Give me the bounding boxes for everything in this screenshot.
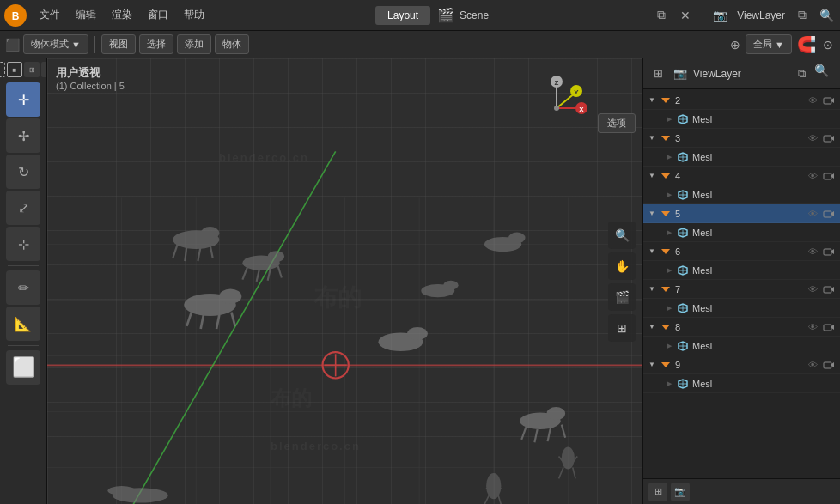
expand-arrow-item-4-mesh[interactable]: ▶ — [664, 190, 674, 200]
svg-point-39 — [443, 281, 458, 290]
expand-arrow-item-5-mesh[interactable]: ▶ — [664, 228, 674, 238]
outliner-item-item-7[interactable]: ▼ 7👁 — [643, 280, 840, 299]
camera-icon-item-8[interactable] — [821, 319, 837, 335]
mode-dropdown[interactable]: 物体模式 ▼ — [23, 34, 88, 54]
outliner-item-item-3-mesh[interactable]: ▶ Mesl — [643, 148, 840, 167]
expand-arrow-item-9-mesh[interactable]: ▶ — [664, 379, 674, 389]
outliner-item-item-6[interactable]: ▼ 6👁 — [643, 242, 840, 261]
outliner-copy-icon[interactable]: ⧉ — [792, 64, 811, 83]
copy2-icon[interactable]: ⧉ — [792, 5, 813, 26]
rpb-camera-icon[interactable]: 📷 — [671, 483, 690, 501]
tab-layout[interactable]: Layout — [375, 6, 430, 25]
outliner-item-item-2[interactable]: ▼ 2👁 — [643, 91, 840, 110]
add-btn[interactable]: 添加 — [177, 34, 211, 54]
snap-icon[interactable]: 🧲 — [795, 33, 818, 56]
camera-icon-item-4[interactable] — [821, 168, 837, 184]
options-button[interactable]: 选项 — [598, 113, 636, 133]
eye-icon-item-4[interactable]: 👁 — [805, 168, 820, 184]
menu-edit[interactable]: 编辑 — [69, 4, 103, 26]
eye-icon-item-2[interactable]: 👁 — [805, 93, 820, 108]
object-btn[interactable]: 物体 — [215, 34, 249, 54]
expand-arrow-item-4[interactable]: ▼ — [647, 171, 657, 181]
lt-cursor[interactable]: ✛ — [6, 82, 40, 117]
outliner-item-item-5[interactable]: ▼ 5👁 — [643, 204, 840, 223]
outliner-item-item-7-mesh[interactable]: ▶ Mesl — [643, 299, 840, 318]
lt-select-box[interactable] — [0, 62, 5, 77]
item-label-item-7-mesh: Mesl — [692, 303, 837, 313]
view-btn[interactable]: 视图 — [101, 34, 136, 54]
camera-icon-item-5[interactable] — [821, 206, 837, 222]
outliner-item-item-3[interactable]: ▼ 3👁 — [643, 129, 840, 148]
svg-line-34 — [186, 313, 191, 326]
menu-render[interactable]: 渲染 — [105, 4, 139, 26]
expand-arrow-item-6[interactable]: ▼ — [647, 246, 657, 257]
expand-arrow-item-7[interactable]: ▼ — [647, 284, 657, 295]
rpb-filter-icon[interactable]: ⊞ — [648, 483, 667, 501]
proportional-icon[interactable]: ⊙ — [821, 36, 835, 53]
expand-arrow-item-2-mesh[interactable]: ▶ — [664, 114, 674, 124]
outliner-item-item-8-mesh[interactable]: ▶ Mesl — [643, 337, 840, 355]
outliner-list[interactable]: ▼ 2👁 ▶ Mesl▼ 3👁 ▶ Mesl▼ 4👁 ▶ Mesl▼ — [643, 89, 840, 478]
outliner-item-item-8[interactable]: ▼ 8👁 — [643, 318, 840, 337]
expand-arrow-item-2[interactable]: ▼ — [647, 95, 657, 106]
zoom-in-btn[interactable]: 🔍 — [608, 222, 636, 249]
expand-arrow-item-8-mesh[interactable]: ▶ — [664, 341, 674, 351]
copy-icon[interactable]: ⧉ — [651, 5, 672, 26]
lt-rotate[interactable]: ↻ — [6, 155, 40, 189]
lt-transform[interactable]: ⊹ — [6, 227, 40, 261]
expand-arrow-item-9[interactable]: ▼ — [647, 360, 657, 370]
camera-icon-item-3[interactable] — [821, 131, 837, 146]
outliner-item-item-9[interactable]: ▼ 9👁 — [643, 355, 840, 374]
menu-help[interactable]: 帮助 — [177, 4, 211, 26]
lt-move[interactable]: ✢ — [6, 118, 40, 153]
outliner-item-item-6-mesh[interactable]: ▶ Mesl — [643, 261, 840, 280]
outliner-item-item-4[interactable]: ▼ 4👁 — [643, 167, 840, 185]
close-icon[interactable]: ✕ — [675, 5, 696, 26]
search-icon[interactable]: 🔍 — [816, 5, 837, 26]
expand-arrow-item-3-mesh[interactable]: ▶ — [664, 152, 674, 162]
svg-text:X: X — [579, 106, 584, 113]
item-label-item-2: 2 — [675, 95, 803, 106]
lt-select3[interactable]: ⊞ — [24, 62, 40, 77]
eye-icon-item-6[interactable]: 👁 — [805, 244, 820, 259]
expand-arrow-item-5[interactable]: ▼ — [647, 209, 657, 219]
outliner-item-item-5-mesh[interactable]: ▶ Mesl — [643, 223, 840, 242]
lt-measure[interactable]: 📐 — [6, 307, 40, 341]
sun-btn[interactable]: ⊞ — [608, 314, 636, 342]
camera-icon-item-9[interactable] — [821, 357, 837, 373]
outliner-item-item-2-mesh[interactable]: ▶ Mesl — [643, 110, 840, 129]
camera-icon-item-2[interactable] — [821, 93, 837, 108]
camera-icon-item-6[interactable] — [821, 244, 837, 259]
svg-line-22 — [173, 245, 177, 258]
lt-cube[interactable]: ⬜ — [6, 350, 40, 385]
global-dropdown[interactable]: 全局 ▼ — [746, 34, 792, 54]
eye-icon-item-3[interactable]: 👁 — [805, 131, 820, 146]
lt-annotate[interactable]: ✏ — [6, 270, 40, 305]
menu-window[interactable]: 窗口 — [141, 4, 175, 26]
eye-icon-item-5[interactable]: 👁 — [805, 206, 820, 222]
expand-arrow-item-6-mesh[interactable]: ▶ — [664, 265, 674, 276]
outliner-item-item-9-mesh[interactable]: ▶ Mesl — [643, 374, 840, 393]
eye-icon-item-9[interactable]: 👁 — [805, 357, 820, 373]
expand-arrow-item-7-mesh[interactable]: ▶ — [664, 303, 674, 313]
eye-icon-item-8[interactable]: 👁 — [805, 319, 820, 335]
viewport-gizmo[interactable]: Z Y X — [522, 74, 591, 143]
expand-arrow-item-3[interactable]: ▼ — [647, 133, 657, 143]
item-icon-item-9-mesh — [676, 377, 690, 391]
render-icon[interactable]: 📷 — [709, 5, 730, 26]
camera-btn[interactable]: 🎬 — [608, 283, 636, 311]
outliner-item-item-4-mesh[interactable]: ▶ Mesl — [643, 185, 840, 204]
lt-select4[interactable]: ⊠ — [41, 62, 47, 77]
lt-scale[interactable]: ⤢ — [6, 191, 40, 225]
camera-icon-item-7[interactable] — [821, 282, 837, 297]
expand-arrow-item-8[interactable]: ▼ — [647, 322, 657, 332]
viewport[interactable]: 用户透视 (1) Collection | 5 布的 布的 blenderco.… — [47, 58, 642, 504]
lt-select-circle[interactable]: ■ — [7, 62, 22, 77]
menu-file[interactable]: 文件 — [33, 4, 67, 26]
pan-btn[interactable]: ✋ — [608, 252, 636, 280]
eye-icon-item-7[interactable]: 👁 — [805, 282, 820, 297]
select-btn[interactable]: 选择 — [139, 34, 173, 54]
blender-logo[interactable]: B — [3, 3, 27, 27]
outliner-search-icon[interactable]: 🔍 — [814, 64, 835, 84]
item-label-item-3-mesh: Mesl — [692, 152, 837, 162]
